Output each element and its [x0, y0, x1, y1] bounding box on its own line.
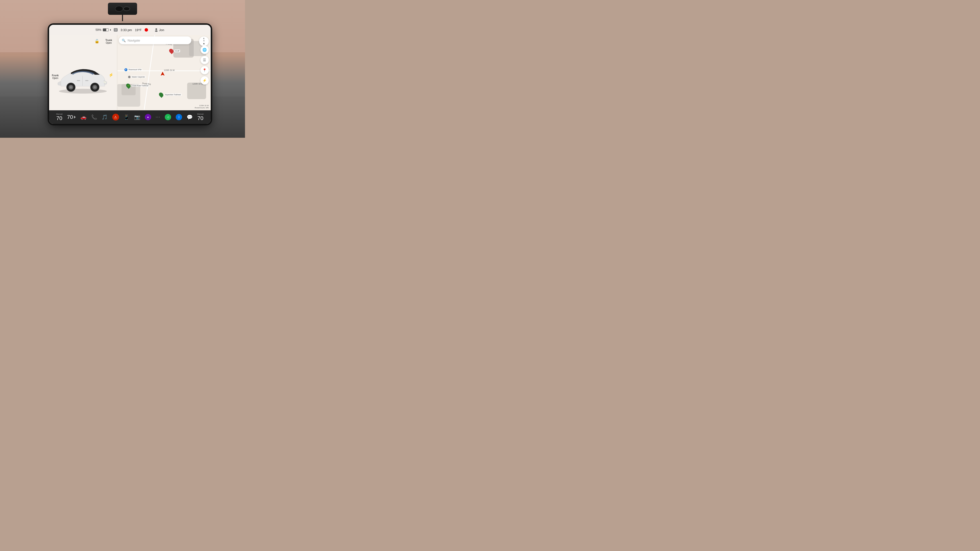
- message-button[interactable]: 💬: [187, 114, 193, 120]
- user-name: Jon: [159, 28, 164, 32]
- globe-button[interactable]: 🌐: [200, 46, 209, 54]
- svg-point-8: [94, 86, 96, 88]
- map-city: Rosemount, MN: [195, 106, 209, 109]
- nav-search-bar[interactable]: 🔍 Navigate: [119, 37, 191, 44]
- battery-fill: [103, 29, 106, 31]
- phone-button[interactable]: 📞: [91, 114, 97, 120]
- screen-body: 🔓 Trunk Open Frunk Open ⚡: [49, 35, 211, 110]
- left-panel: 🔓 Trunk Open Frunk Open ⚡: [49, 35, 117, 110]
- poi-vfw[interactable]: ♿ Rosemount VFW: [124, 68, 142, 71]
- speed-right-label: Manual: [197, 113, 204, 115]
- alert-button[interactable]: ⚠: [112, 114, 119, 121]
- battery-section: 59%: [95, 28, 111, 32]
- frunk-label: Frunk: [52, 74, 59, 77]
- gear-indicator: 70: [67, 114, 76, 120]
- trunk-label: Trunk: [105, 39, 112, 41]
- current-location-marker: [160, 71, 165, 78]
- speed-left: Manual 70: [56, 113, 62, 121]
- gear-value: 70: [67, 114, 73, 120]
- tesla-screen: 59% 3:33 pm 19°F Jon: [49, 25, 211, 124]
- svg-point-5: [70, 86, 72, 88]
- poi-dodd-trailhead[interactable]: 🌿 Dodd Road Trailhead: [126, 83, 149, 88]
- charging-button[interactable]: ⚡: [200, 76, 209, 84]
- status-time: 3:33 pm: [121, 28, 132, 32]
- record-button[interactable]: [145, 28, 148, 32]
- purple-app-button[interactable]: ●: [145, 114, 151, 120]
- status-temp: 19°F: [135, 28, 142, 32]
- speed-left-label: Manual: [56, 113, 62, 115]
- layers-button[interactable]: ☰: [200, 56, 209, 64]
- svg-point-1: [155, 30, 158, 32]
- poi-carpenter[interactable]: Master Carpenter: [128, 76, 146, 78]
- phone-green-button[interactable]: 📱: [124, 114, 130, 120]
- user-icon: [154, 28, 158, 32]
- location-button[interactable]: 📍: [200, 66, 209, 74]
- spotify-button[interactable]: ♫: [165, 114, 171, 120]
- charge-icon: ⚡: [109, 73, 113, 77]
- speed-right-value: 70: [197, 115, 203, 121]
- scene: 59% 3:33 pm 19°F Jon: [0, 0, 245, 138]
- compass-labels: ES▲: [203, 38, 205, 45]
- car-illustration: [53, 46, 113, 110]
- map-location-label: 120th St W Rosemount, MN: [195, 105, 209, 109]
- poi-equestrian[interactable]: Equestrian Trailhead: [159, 92, 181, 97]
- map-area-3: [187, 83, 206, 99]
- search-placeholder: Navigate: [127, 39, 140, 42]
- more-button[interactable]: ···: [156, 115, 160, 119]
- user-section[interactable]: Jon: [154, 28, 164, 32]
- top-device: [108, 3, 137, 15]
- svg-point-2: [59, 89, 107, 94]
- music-button[interactable]: 🎵: [102, 114, 108, 120]
- cloud-icon[interactable]: [114, 28, 118, 32]
- car-icon-btn[interactable]: 🚗: [80, 114, 86, 120]
- road-left: [117, 35, 118, 110]
- map-controls: 🌐 ☰ 📍 ⚡: [200, 46, 209, 84]
- taskbar: Manual 70 70 🚗 📞 🎵 ⚠ 📱 📷 ● ··: [49, 110, 211, 124]
- svg-marker-12: [160, 71, 165, 76]
- frunk-value: Open: [52, 77, 59, 79]
- compass[interactable]: ES▲: [199, 37, 209, 46]
- frunk-status: Frunk Open: [52, 74, 59, 79]
- svg-rect-10: [85, 80, 89, 81]
- speed-right: Manual 70: [197, 113, 204, 121]
- trunk-status: Trunk Open: [105, 39, 112, 44]
- svg-point-0: [155, 29, 157, 30]
- camera-button[interactable]: 📷: [134, 114, 140, 120]
- search-icon: 🔍: [122, 39, 126, 42]
- battery-cap: [110, 29, 111, 30]
- battery-percent: 59%: [95, 28, 101, 32]
- speed-left-value: 70: [56, 115, 62, 121]
- svg-rect-11: [77, 80, 80, 81]
- bluetooth-button[interactable]: ᛒ: [176, 114, 182, 120]
- battery-body: [103, 29, 109, 31]
- gear-arrow: [74, 116, 76, 119]
- car-svg: [53, 46, 113, 110]
- lock-icon[interactable]: 🔓: [95, 39, 99, 43]
- poi-groff[interactable]: Groff: [169, 49, 180, 54]
- map-panel[interactable]: Dodd Blvd 120th St W 120th St W Dodd Rd …: [117, 35, 211, 110]
- map-street: 120th St W: [195, 105, 209, 106]
- status-bar: 59% 3:33 pm 19°F Jon: [49, 25, 211, 35]
- trunk-value: Open: [105, 41, 112, 44]
- road-label-120th-1: 120th St W: [164, 69, 175, 71]
